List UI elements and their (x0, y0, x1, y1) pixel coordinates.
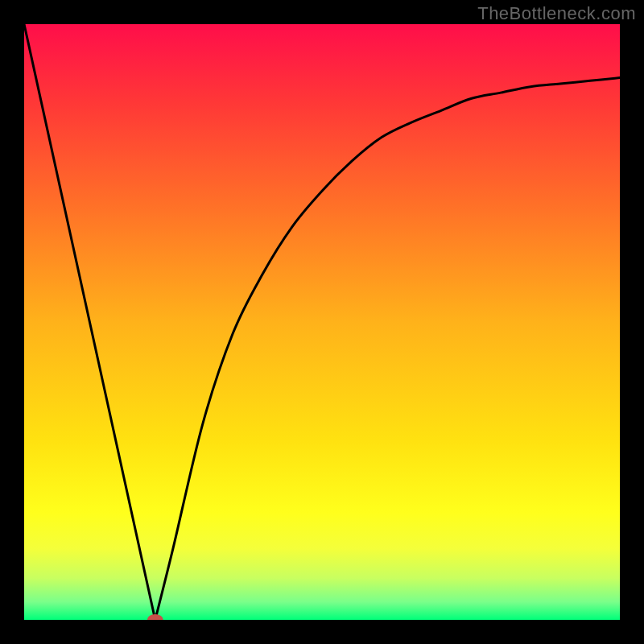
background-gradient (24, 24, 620, 620)
chart-frame: TheBottleneck.com (0, 0, 644, 644)
chart-svg (24, 24, 620, 620)
watermark: TheBottleneck.com (477, 3, 636, 24)
plot-area (24, 24, 620, 620)
